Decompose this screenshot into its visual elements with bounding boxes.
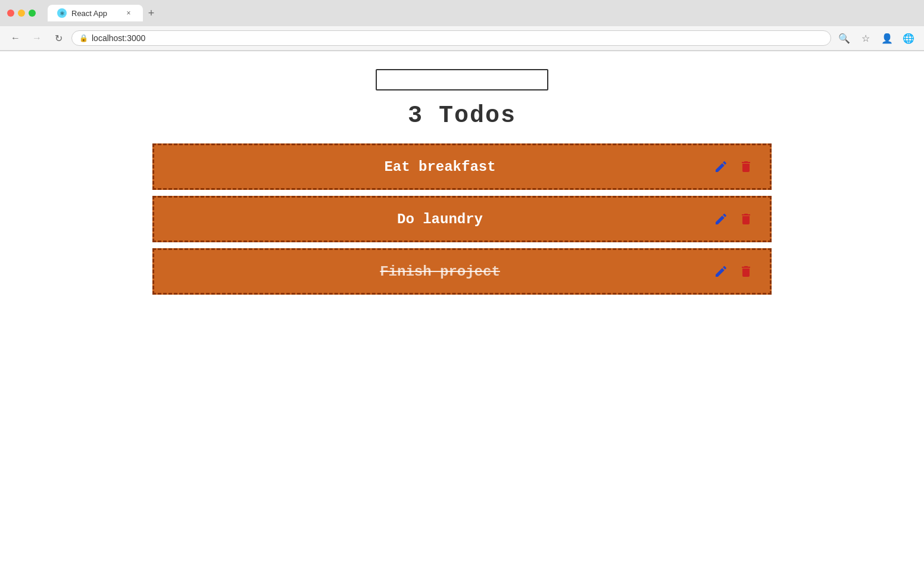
edit-button[interactable]	[711, 262, 731, 281]
zoom-button[interactable]: 🔍	[836, 30, 853, 46]
forward-button[interactable]: →	[29, 30, 45, 46]
todo-item: Do laundry	[152, 196, 772, 242]
delete-button[interactable]	[736, 210, 756, 229]
extension-button[interactable]: 🌐	[900, 30, 917, 46]
edit-button[interactable]	[711, 210, 731, 229]
tab-close-button[interactable]: ×	[124, 8, 133, 18]
todo-input[interactable]	[376, 69, 548, 90]
trash-icon	[739, 212, 753, 226]
bookmark-button[interactable]: ☆	[857, 30, 874, 46]
todo-actions	[711, 262, 756, 281]
todo-item: Finish project	[152, 248, 772, 295]
close-window-button[interactable]	[7, 10, 14, 17]
minimize-window-button[interactable]	[18, 10, 25, 17]
window-controls	[7, 10, 36, 17]
lock-icon: 🔒	[79, 34, 88, 42]
address-text: localhost:3000	[92, 33, 145, 43]
pencil-icon	[714, 212, 728, 226]
pencil-icon	[714, 160, 728, 174]
todo-list: Eat breakfast Do laundry	[152, 143, 772, 295]
todo-item: Eat breakfast	[152, 143, 772, 190]
todo-actions	[711, 210, 756, 229]
profile-button[interactable]: 👤	[879, 30, 895, 46]
title-bar: ⚛ React App × +	[0, 0, 924, 26]
page-content: 3 Todos Eat breakfast Do laundry	[0, 51, 924, 578]
todo-text: Eat breakfast	[168, 159, 711, 175]
todo-count: 3 Todos	[408, 102, 516, 129]
nav-actions: 🔍 ☆ 👤 🌐	[836, 30, 917, 46]
delete-button[interactable]	[736, 262, 756, 281]
nav-bar: ← → ↻ 🔒 localhost:3000 🔍 ☆ 👤 🌐	[0, 26, 924, 51]
pencil-icon	[714, 264, 728, 279]
active-tab[interactable]: ⚛ React App ×	[48, 5, 143, 21]
tab-bar: ⚛ React App × +	[40, 5, 167, 21]
trash-icon	[739, 264, 753, 279]
delete-button[interactable]	[736, 157, 756, 176]
todo-text: Do laundry	[168, 211, 711, 227]
back-button[interactable]: ←	[7, 30, 24, 46]
edit-button[interactable]	[711, 157, 731, 176]
trash-icon	[739, 160, 753, 174]
reload-button[interactable]: ↻	[50, 30, 67, 46]
new-tab-button[interactable]: +	[143, 5, 160, 21]
tab-favicon: ⚛	[57, 8, 67, 18]
address-bar[interactable]: 🔒 localhost:3000	[71, 30, 831, 46]
todo-text-completed: Finish project	[168, 264, 711, 280]
maximize-window-button[interactable]	[29, 10, 36, 17]
todo-actions	[711, 157, 756, 176]
tab-title: React App	[71, 9, 107, 18]
browser-chrome: ⚛ React App × + ← → ↻ 🔒 localhost:3000 🔍…	[0, 0, 924, 51]
